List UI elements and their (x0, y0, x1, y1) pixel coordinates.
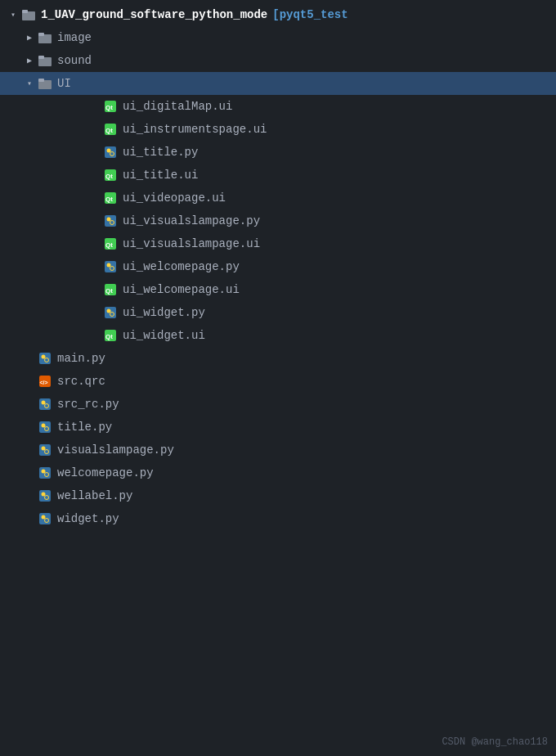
image-folder[interactable]: ▶ image (0, 26, 556, 49)
svg-point-55 (42, 515, 46, 520)
svg-text:Qt: Qt (105, 333, 113, 340)
svg-point-20 (107, 218, 111, 222)
svg-point-21 (110, 221, 114, 225)
welcomepage-py-label: welcomepage.py (57, 466, 154, 479)
ui-widget-ui-label: ui_widget.ui (123, 329, 205, 342)
ui-welcomepage-py-file[interactable]: ui_welcomepage.py (0, 255, 556, 278)
svg-point-43 (42, 424, 46, 428)
svg-point-25 (107, 263, 111, 268)
qt-file-icon7: Qt (103, 328, 118, 343)
svg-point-49 (42, 470, 46, 474)
ui-title-py-label: ui_title.py (123, 146, 198, 159)
svg-text:Qt: Qt (105, 104, 113, 111)
ui-digitalmap-file[interactable]: Qt ui_digitalMap.ui (0, 95, 556, 118)
image-folder-icon (38, 30, 52, 45)
svg-rect-7 (38, 79, 44, 82)
svg-point-30 (107, 309, 111, 313)
wellabel-py-file[interactable]: wellabel.py (0, 484, 556, 507)
svg-point-35 (42, 355, 46, 359)
svg-point-26 (110, 267, 114, 271)
src-qrc-label: src.qrc (57, 375, 105, 388)
ui-title-ui-file[interactable]: Qt ui_title.ui (0, 164, 556, 187)
widget-py-file[interactable]: widget.py (0, 507, 556, 530)
root-arrow: ▾ (7, 8, 20, 21)
svg-rect-5 (38, 56, 44, 59)
root-folder[interactable]: ▾ 1_UAV_ground_software_python_mode [pyq… (0, 3, 556, 26)
wellabel-py-label: wellabel.py (57, 489, 132, 502)
visualslampage-py-label: visualslampage.py (57, 443, 174, 457)
svg-text:</>: </> (40, 380, 48, 385)
ui-instrumentspage-file[interactable]: Qt ui_instrumentspage.ui (0, 118, 556, 141)
ui-instrumentspage-label: ui_instrumentspage.ui (123, 123, 267, 136)
root-suffix: [pyqt5_test (272, 8, 348, 21)
svg-text:Qt: Qt (105, 287, 113, 295)
watermark: CSDN @wang_chao118 (442, 736, 548, 748)
py-file-icon11 (38, 511, 52, 526)
py-file-icon8 (38, 443, 52, 457)
widget-py-label: widget.py (57, 512, 119, 525)
qrc-file-icon: </> (38, 374, 52, 389)
sound-folder-label: sound (57, 54, 92, 67)
image-folder-label: image (57, 31, 92, 44)
ui-widget-py-label: ui_widget.py (123, 306, 205, 319)
svg-rect-1 (22, 10, 28, 13)
svg-point-53 (45, 496, 49, 500)
svg-point-36 (45, 358, 49, 362)
py-file-icon9 (38, 466, 52, 480)
svg-point-41 (45, 404, 49, 408)
svg-point-47 (45, 450, 49, 454)
root-folder-icon (21, 7, 36, 22)
root-folder-label: 1_UAV_ground_software_python_mode (41, 8, 267, 21)
ui-title-ui-label: ui_title.ui (123, 169, 198, 182)
svg-text:Qt: Qt (105, 196, 113, 203)
ui-folder-icon (38, 76, 52, 91)
main-py-file[interactable]: main.py (0, 347, 556, 370)
src-qrc-file[interactable]: </> src.qrc (0, 370, 556, 393)
svg-point-14 (110, 152, 114, 156)
svg-text:Qt: Qt (105, 241, 113, 249)
svg-point-44 (45, 427, 49, 431)
svg-point-56 (45, 519, 49, 523)
welcomepage-py-file[interactable]: welcomepage.py (0, 461, 556, 484)
ui-videopage-file[interactable]: Qt ui_videopage.ui (0, 187, 556, 209)
ui-welcomepage-ui-label: ui_welcomepage.ui (123, 283, 240, 296)
svg-point-31 (110, 313, 114, 317)
title-py-file[interactable]: title.py (0, 416, 556, 439)
ui-visualslampage-ui-file[interactable]: Qt ui_visualslampage.ui (0, 232, 556, 255)
ui-visualslampage-py-label: ui_visualslampage.py (123, 214, 260, 227)
qt-file-icon3: Qt (103, 168, 118, 182)
main-py-label: main.py (57, 352, 105, 365)
py-file-icon7 (38, 420, 52, 434)
ui-widget-py-file[interactable]: ui_widget.py (0, 301, 556, 324)
svg-point-50 (45, 473, 49, 477)
sound-folder-icon (38, 53, 52, 68)
ui-visualslampage-ui-label: ui_visualslampage.ui (123, 237, 260, 250)
qt-file-icon2: Qt (103, 122, 118, 137)
py-file-icon1 (103, 145, 118, 160)
visualslampage-py-file[interactable]: visualslampage.py (0, 439, 556, 461)
ui-welcomepage-ui-file[interactable]: Qt ui_welcomepage.ui (0, 278, 556, 301)
py-file-icon5 (38, 351, 52, 366)
ui-digitalmap-label: ui_digitalMap.ui (123, 100, 232, 113)
py-file-icon6 (38, 397, 52, 412)
svg-point-52 (42, 493, 46, 497)
py-file-icon2 (103, 214, 118, 228)
py-file-icon10 (38, 488, 52, 503)
ui-folder-label: UI (57, 77, 71, 90)
svg-point-40 (42, 401, 46, 405)
src-rc-py-file[interactable]: src_rc.py (0, 393, 556, 416)
ui-title-py-file[interactable]: ui_title.py (0, 141, 556, 164)
sound-arrow: ▶ (23, 54, 36, 67)
sound-folder[interactable]: ▶ sound (0, 49, 556, 72)
ui-arrow: ▾ (23, 77, 36, 90)
py-file-icon4 (103, 305, 118, 320)
ui-visualslampage-py-file[interactable]: ui_visualslampage.py (0, 209, 556, 232)
py-file-icon3 (103, 259, 118, 274)
file-tree: ▾ 1_UAV_ground_software_python_mode [pyq… (0, 0, 556, 533)
ui-widget-ui-file[interactable]: Qt ui_widget.ui (0, 324, 556, 347)
svg-text:Qt: Qt (105, 127, 113, 134)
ui-folder[interactable]: ▾ UI (0, 72, 556, 95)
svg-point-13 (107, 149, 111, 153)
src-rc-py-label: src_rc.py (57, 398, 119, 411)
title-py-label: title.py (57, 421, 112, 434)
